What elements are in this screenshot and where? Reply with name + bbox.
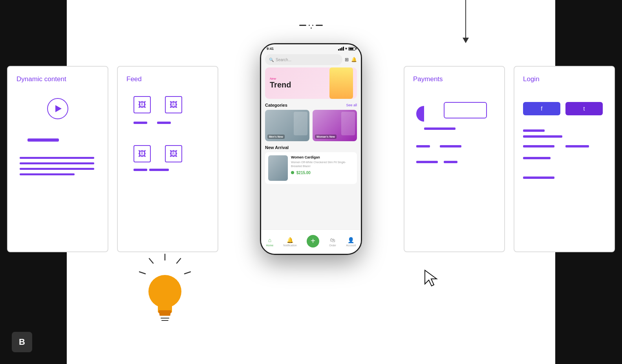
arrival-info: Women Cardigan Women Off-White Checkered… <box>291 155 354 175</box>
login-bar-6 <box>523 177 554 179</box>
brand-logo: B <box>12 332 32 352</box>
play-icon <box>47 98 68 119</box>
nav-home-label: Home <box>266 244 274 247</box>
dash-dot3 <box>311 27 312 29</box>
pay-input <box>444 102 487 118</box>
categories-header: Categories See all <box>265 103 357 107</box>
search-bar[interactable]: 🔍 Search... ⊞ 🔔 <box>265 54 357 65</box>
bottom-nav: ⌂ Home 🔔 Notification + 🛍 Order 👤 Accoun… <box>261 229 361 254</box>
categories-title: Categories <box>265 103 287 107</box>
pay-bar-2 <box>416 145 430 147</box>
feed-image-4: 🖼 <box>165 145 182 162</box>
login-bar-4 <box>565 145 589 147</box>
nav-notification[interactable]: 🔔 Notification <box>283 237 297 247</box>
lightbulb-svg <box>134 252 196 331</box>
feed-bar-2 <box>157 122 171 124</box>
signal-icon <box>338 47 344 51</box>
home-icon: ⌂ <box>268 237 271 243</box>
trend-new-label: New <box>270 77 291 80</box>
arrow-line <box>465 0 466 38</box>
new-arrival-card[interactable]: Women Cardigan Women Off-White Checkered… <box>265 152 357 184</box>
battery-icon <box>348 47 355 51</box>
grid-icon[interactable]: ⊞ <box>345 57 349 62</box>
product-desc: Women Off-White Checkered Slim Fit Singl… <box>291 160 354 168</box>
login-bar-1 <box>523 129 545 132</box>
mens-label: Men's New <box>267 135 285 139</box>
arrival-image <box>268 155 288 181</box>
svg-line-1 <box>177 258 181 263</box>
wifi-icon: ▾ <box>345 47 347 51</box>
new-arrival-title: New Arrival <box>265 145 289 150</box>
feed-image-3: 🖼 <box>134 145 151 162</box>
pay-bar-3 <box>440 145 461 147</box>
facebook-login-button[interactable]: f <box>523 102 560 115</box>
payments-title: Payments <box>413 75 443 83</box>
dc-line-1 <box>20 157 94 159</box>
phone-content: 🔍 Search... ⊞ 🔔 New Trend Categories <box>261 52 361 237</box>
womens-label: Woman's New <box>315 135 337 139</box>
card-feed: Feed 🖼 🖼 🖼 🖼 <box>117 66 218 252</box>
pay-circle <box>416 106 432 122</box>
phone-screen: 9:41 ▾ 🔍 Search... ⊞ � <box>260 43 362 255</box>
svg-marker-11 <box>425 270 437 286</box>
dynamic-content-title: Dynamic content <box>16 75 66 83</box>
feed-bar-4 <box>149 169 169 171</box>
feed-image-2: 🖼 <box>165 96 182 113</box>
trend-content: New Trend <box>270 77 291 89</box>
womens-figure <box>341 112 355 135</box>
category-womens[interactable]: Woman's New <box>313 110 357 141</box>
trend-title: Trend <box>270 80 291 89</box>
twitter-icon: t <box>584 106 585 112</box>
status-icons: ▾ <box>338 47 355 51</box>
mens-figure <box>294 112 307 135</box>
pay-bar-5 <box>444 161 457 163</box>
arrow-head <box>463 38 469 43</box>
see-all-button[interactable]: See all <box>346 103 357 107</box>
login-bar-2 <box>523 135 562 138</box>
svg-point-5 <box>148 275 181 308</box>
bell-icon[interactable]: 🔔 <box>351 57 357 62</box>
login-title: Login <box>523 75 540 83</box>
nav-account-label: Account <box>346 244 356 247</box>
nav-notification-label: Notification <box>283 244 297 247</box>
category-mens[interactable]: Men's New <box>265 110 309 141</box>
pay-bar-4 <box>416 161 438 163</box>
twitter-login-button[interactable]: t <box>565 102 603 115</box>
feed-bar-3 <box>134 169 147 171</box>
nav-account[interactable]: 👤 Account <box>346 237 356 247</box>
new-arrival-header: New Arrival <box>265 145 357 150</box>
dc-line-4 <box>20 173 75 175</box>
svg-line-2 <box>185 272 190 274</box>
facebook-icon: f <box>541 106 543 112</box>
card-login: Login f t <box>514 66 615 252</box>
cursor-svg <box>423 268 443 288</box>
search-field[interactable]: 🔍 Search... <box>265 54 342 65</box>
price-value: $215.00 <box>296 171 311 175</box>
login-bar-5 <box>523 157 551 159</box>
pay-bar-1 <box>424 127 456 130</box>
order-icon: 🛍 <box>330 237 335 243</box>
notification-icon: 🔔 <box>287 237 293 243</box>
nav-home[interactable]: ⌂ Home <box>266 237 274 247</box>
card-dynamic: Dynamic content <box>7 66 108 252</box>
add-button[interactable]: + <box>307 235 319 248</box>
dash-dot2 <box>312 25 313 26</box>
battery-fill <box>349 48 353 50</box>
feed-bar-1 <box>134 122 147 124</box>
card-payments: Payments <box>404 66 505 252</box>
dc-line-2 <box>20 162 94 164</box>
dc-bar-1 <box>27 138 59 142</box>
brand-letter: B <box>19 337 25 347</box>
price-dot <box>291 171 294 174</box>
feed-title: Feed <box>126 75 142 83</box>
categories-row: Men's New Woman's New <box>265 110 357 141</box>
login-bar-3 <box>523 145 554 147</box>
nav-order[interactable]: 🛍 Order <box>329 237 336 247</box>
product-name: Women Cardigan <box>291 155 354 159</box>
phone-mockup: 9:41 ▾ 🔍 Search... ⊞ � <box>260 43 362 255</box>
dash-2 <box>316 25 323 26</box>
nav-add[interactable]: + <box>307 235 319 249</box>
feed-image-1: 🖼 <box>134 96 151 113</box>
dash-area <box>299 25 323 30</box>
trend-banner: New Trend <box>265 67 357 99</box>
